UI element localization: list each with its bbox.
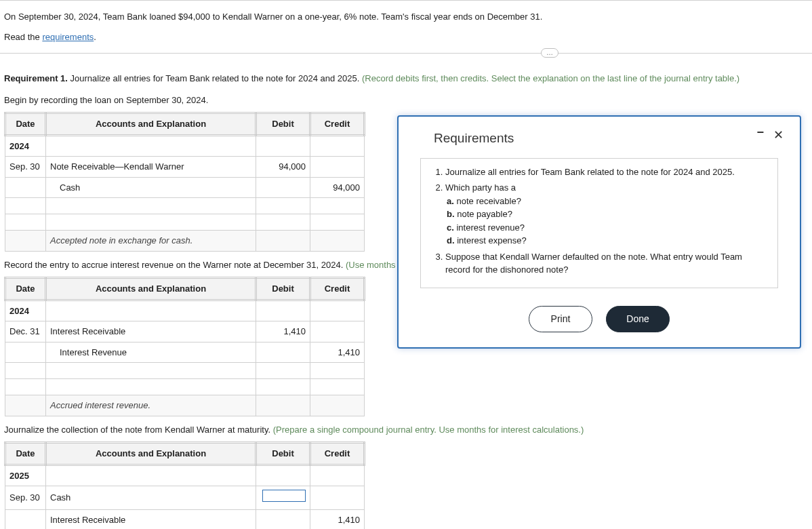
credit-cell[interactable]: [310, 157, 365, 178]
th-accounts: Accounts and Explanation: [46, 278, 256, 300]
read-prefix: Read the: [4, 32, 42, 42]
table-row: Interest Receivable 1,410: [5, 509, 365, 529]
th-accounts: Accounts and Explanation: [46, 113, 256, 136]
account-cell[interactable]: Interest Revenue: [46, 342, 256, 363]
account-cell[interactable]: Interest Receivable: [46, 509, 256, 529]
debit-cell[interactable]: 1,410: [256, 321, 310, 342]
table-row: [5, 198, 365, 214]
account-cell[interactable]: Cash: [46, 486, 256, 510]
th-accounts: Accounts and Explanation: [46, 443, 256, 465]
table-row: Sep. 30 Cash: [5, 486, 365, 510]
journal-table-3: Date Accounts and Explanation Debit Cred…: [4, 442, 365, 529]
table-row: Accrued interest revenue.: [5, 395, 365, 416]
table-row: Dec. 31 Interest Receivable 1,410: [5, 321, 365, 342]
requirements-link[interactable]: requirements: [42, 32, 94, 42]
table-row: 2024: [5, 135, 365, 157]
credit-cell[interactable]: [310, 321, 365, 342]
scenario-text: On September 30, 2024, Team Bank loaned …: [4, 10, 808, 24]
table-row: Interest Revenue 1,410: [5, 342, 365, 363]
debit-cell[interactable]: [256, 177, 310, 198]
account-cell[interactable]: Cash: [46, 177, 256, 198]
credit-cell[interactable]: [310, 486, 365, 510]
req-item-2-text: Which party has a: [445, 182, 516, 193]
ellipsis-icon: …: [546, 50, 553, 56]
explanation-cell[interactable]: Accepted note in exchange for cash.: [46, 231, 256, 252]
req-item-2b: b. note payable?: [447, 208, 768, 221]
req-item-2a: a. a. note receivable?note receivable?: [447, 195, 768, 208]
th-credit: Credit: [310, 443, 365, 465]
credit-cell[interactable]: 1,410: [310, 342, 365, 363]
account-label: Interest Revenue: [50, 346, 127, 359]
table-row: [5, 379, 365, 395]
th-date: Date: [5, 443, 46, 465]
table-row: Accepted note in exchange for cash.: [5, 231, 365, 252]
table-row: 2025: [5, 465, 365, 486]
th-debit: Debit: [256, 278, 310, 300]
read-suffix: .: [94, 32, 96, 42]
account-cell[interactable]: Note Receivable—Kendall Warner: [46, 157, 256, 178]
year-cell: 2025: [5, 465, 46, 486]
debit-cell[interactable]: [256, 486, 310, 510]
th-debit: Debit: [256, 113, 310, 136]
table-row: [5, 214, 365, 231]
debit-cell[interactable]: [256, 509, 310, 529]
print-button[interactable]: Print: [529, 306, 592, 332]
requirement-1-heading: Requirement 1. Journalize all entries fo…: [4, 72, 808, 85]
journal-table-2: Date Accounts and Explanation Debit Cred…: [4, 277, 365, 416]
date-cell: Sep. 30: [5, 157, 46, 178]
debit-cell[interactable]: 94,000: [256, 157, 310, 178]
modal-body: Journalize all entries for Team Bank rel…: [420, 158, 778, 288]
table-row: Sep. 30 Note Receivable—Kendall Warner 9…: [5, 157, 365, 178]
minimize-icon[interactable]: −: [756, 126, 764, 138]
requirement-1-text: Journalize all entries for Team Bank rel…: [68, 73, 362, 83]
requirements-modal: Requirements − ✕ Journalize all entries …: [397, 115, 801, 349]
debit-cell[interactable]: [256, 342, 310, 363]
year-cell: 2024: [5, 135, 46, 157]
explanation-cell[interactable]: Accrued interest revenue.: [46, 395, 256, 416]
req-item-2c: c. interest revenue?: [447, 221, 768, 235]
section3-instruction-text: Journalize the collection of the note fr…: [4, 425, 273, 435]
debit-input[interactable]: [262, 490, 306, 502]
th-credit: Credit: [310, 278, 365, 300]
credit-cell[interactable]: 94,000: [310, 177, 365, 198]
req-item-2: Which party has a a. a. note receivable?…: [445, 181, 768, 248]
table-row: [5, 363, 365, 379]
table-row: 2024: [5, 300, 365, 321]
credit-cell[interactable]: 1,410: [310, 509, 365, 529]
section3-instruction-hint: (Prepare a single compound journal entry…: [273, 425, 584, 435]
close-icon[interactable]: ✕: [773, 129, 784, 141]
th-date: Date: [5, 113, 46, 136]
req-item-1: Journalize all entries for Team Bank rel…: [445, 165, 768, 179]
section1-instruction: Begin by recording the loan on September…: [4, 94, 808, 107]
requirement-1-hint: (Record debits first, then credits. Sele…: [362, 73, 739, 83]
section3-instruction: Journalize the collection of the note fr…: [4, 423, 808, 437]
th-date: Date: [5, 278, 46, 300]
section2-instruction-hint: (Use months: [346, 260, 396, 270]
requirement-1-label: Requirement 1.: [4, 73, 68, 83]
req-item-3: Suppose that Kendall Warner defaulted on…: [445, 250, 768, 277]
read-requirements-line: Read the requirements.: [4, 31, 808, 44]
date-cell: Dec. 31: [5, 321, 46, 342]
th-credit: Credit: [310, 113, 365, 136]
table-row: Cash 94,000: [5, 177, 365, 198]
done-button[interactable]: Done: [606, 306, 670, 332]
year-cell: 2024: [5, 300, 46, 321]
account-cell[interactable]: Interest Receivable: [46, 321, 256, 342]
th-debit: Debit: [256, 443, 310, 465]
req-item-2d: d. interest expense?: [447, 234, 768, 248]
section2-instruction-text: Record the entry to accrue interest reve…: [4, 260, 346, 270]
journal-table-1: Date Accounts and Explanation Debit Cred…: [4, 112, 365, 252]
account-label: Cash: [50, 181, 80, 195]
modal-title: Requirements: [415, 129, 514, 149]
expand-button[interactable]: …: [541, 48, 559, 58]
date-cell: Sep. 30: [5, 486, 46, 510]
